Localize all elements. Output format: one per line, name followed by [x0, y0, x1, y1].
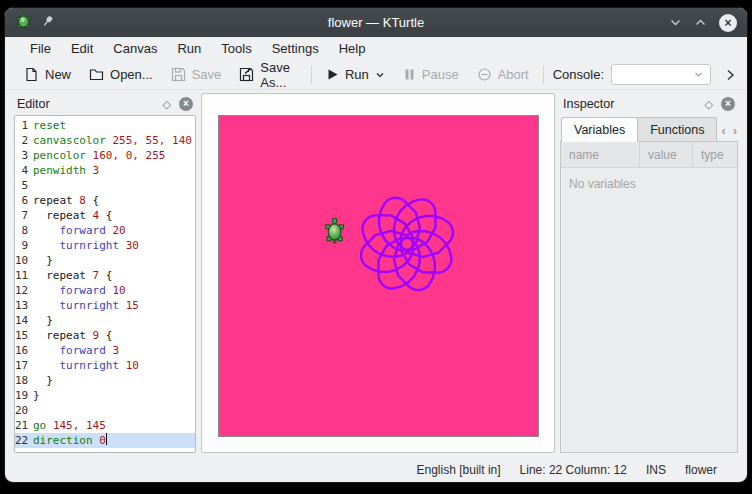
editor-dock: Editor ◇ × 1reset2canvascolor 255, 55, 1…	[14, 93, 196, 453]
inspector-dock-title: Inspector	[563, 97, 705, 111]
code-line: 11 repeat 7 {	[15, 268, 195, 283]
open-button[interactable]: Open...	[80, 64, 162, 85]
status-insert-mode: INS	[646, 463, 666, 477]
code-line: 4penwidth 3	[15, 163, 195, 178]
menu-canvas[interactable]: Canvas	[103, 39, 167, 58]
variables-empty-text: No variables	[561, 168, 737, 452]
tab-variables[interactable]: Variables	[561, 117, 638, 142]
save-as-button[interactable]: Save As...	[230, 57, 306, 93]
menu-settings[interactable]: Settings	[262, 39, 329, 58]
code-line: 16 forward 3	[15, 343, 195, 358]
editor-close-icon[interactable]: ×	[179, 97, 193, 111]
inspector-dock-header: Inspector ◇ ×	[560, 93, 738, 115]
menu-edit[interactable]: Edit	[61, 39, 103, 58]
toolbar: New Open... Save Save As... Run	[5, 60, 747, 90]
menubar: File Edit Canvas Run Tools Settings Help	[5, 37, 747, 60]
column-value: value	[639, 142, 692, 167]
variables-table-header: name value type	[561, 142, 737, 168]
editor-float-icon[interactable]: ◇	[163, 98, 171, 111]
code-line: 3pencolor 160, 0, 255	[15, 148, 195, 163]
maximize-button[interactable]	[694, 16, 707, 29]
code-line: 8 forward 20	[15, 223, 195, 238]
editor-dock-header: Editor ◇ ×	[14, 93, 196, 115]
status-language: English [built in]	[417, 463, 501, 477]
tab-scroll-right-icon[interactable]: ›	[733, 123, 737, 138]
main-area: Editor ◇ × 1reset2canvascolor 255, 55, 1…	[5, 90, 747, 458]
run-play-icon	[326, 68, 339, 81]
code-line: 21go 145, 145	[15, 418, 195, 433]
inspector-float-icon[interactable]: ◇	[705, 98, 713, 111]
status-cursor-position: Line: 22 Column: 12	[520, 463, 627, 477]
text-cursor	[106, 433, 107, 445]
menu-file[interactable]: File	[20, 39, 61, 58]
inspector-dock: Inspector ◇ × Variables Functions ‹ › na…	[560, 93, 738, 453]
code-line: 10 }	[15, 253, 195, 268]
turtle-canvas	[218, 115, 539, 437]
flower-drawing	[361, 198, 453, 290]
code-line: 9 turnright 30	[15, 238, 195, 253]
inspector-close-icon[interactable]: ×	[721, 97, 735, 111]
close-button[interactable]: ×	[719, 14, 737, 32]
abort-icon	[477, 67, 492, 82]
run-button[interactable]: Run	[317, 64, 394, 85]
abort-button: Abort	[468, 64, 538, 85]
code-line: 12 forward 10	[15, 283, 195, 298]
pause-icon	[403, 68, 416, 81]
minimize-button[interactable]	[669, 16, 682, 29]
column-type: type	[692, 142, 737, 167]
tab-functions[interactable]: Functions	[637, 117, 717, 142]
code-line: 5	[15, 178, 195, 193]
kturtle-window: flower — KTurtle × File Edit Canvas Run …	[4, 7, 748, 483]
open-folder-icon	[89, 67, 104, 82]
toolbar-separator	[543, 65, 544, 84]
titlebar: flower — KTurtle ×	[5, 8, 747, 37]
save-button: Save	[162, 64, 231, 85]
pin-icon[interactable]	[41, 15, 54, 31]
editor-dock-title: Editor	[17, 97, 163, 111]
code-line: 7 repeat 4 {	[15, 208, 195, 223]
code-line: 17 turnright 10	[15, 358, 195, 373]
inspector-tabs: Variables Functions ‹ ›	[560, 115, 738, 142]
code-line: 14 }	[15, 313, 195, 328]
canvas-view	[201, 93, 555, 453]
menu-run[interactable]: Run	[167, 39, 211, 58]
code-line: 13 turnright 15	[15, 298, 195, 313]
console-combobox[interactable]	[611, 64, 711, 85]
code-line: 6repeat 8 {	[15, 193, 195, 208]
code-line: 20	[15, 403, 195, 418]
new-file-icon	[24, 67, 39, 82]
column-name: name	[561, 148, 639, 162]
status-document-name: flower	[685, 463, 717, 477]
toolbar-overflow-button[interactable]	[723, 68, 737, 82]
code-line: 19}	[15, 388, 195, 403]
tab-scroll-left-icon[interactable]: ‹	[721, 123, 725, 138]
code-line: 22direction 0	[15, 433, 195, 448]
turtle-sprite	[325, 218, 343, 242]
menu-help[interactable]: Help	[329, 39, 376, 58]
app-turtle-icon	[15, 13, 32, 33]
code-line: 18 }	[15, 373, 195, 388]
toolbar-separator	[311, 65, 312, 84]
variables-table: name value type No variables	[560, 141, 738, 453]
window-title: flower — KTurtle	[5, 15, 747, 30]
console-label: Console:	[553, 67, 604, 82]
menu-tools[interactable]: Tools	[211, 39, 261, 58]
statusbar: English [built in] Line: 22 Column: 12 I…	[5, 458, 747, 482]
code-line: 15 repeat 9 {	[15, 328, 195, 343]
new-button[interactable]: New	[15, 64, 80, 85]
code-line: 1reset	[15, 118, 195, 133]
run-dropdown-chevron-icon	[375, 70, 385, 80]
chevron-right-icon	[723, 68, 737, 82]
save-icon	[171, 67, 186, 82]
code-editor[interactable]: 1reset2canvascolor 255, 55, 1403pencolor…	[14, 115, 196, 453]
pause-button: Pause	[394, 64, 468, 85]
save-as-icon	[239, 67, 254, 82]
combo-chevron-down-icon	[693, 69, 704, 80]
code-line: 2canvascolor 255, 55, 140	[15, 133, 195, 148]
